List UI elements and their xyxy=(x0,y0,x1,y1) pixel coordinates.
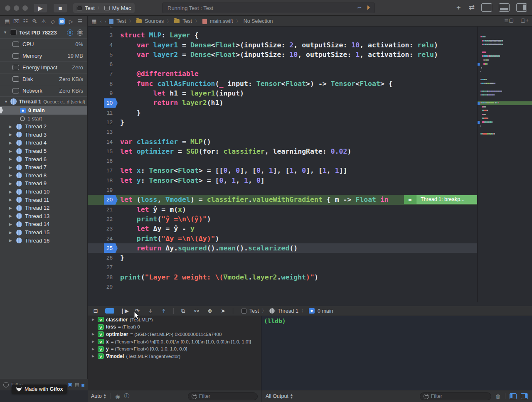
show-crashed-filter-icon[interactable]: ▣ xyxy=(68,382,72,387)
line-number[interactable]: 17 xyxy=(100,166,113,175)
sidebar-item-thread-16[interactable]: ▶Thread 16 xyxy=(0,236,87,245)
show-flagged-filter-icon[interactable]: ▤ xyxy=(75,382,79,387)
code-line[interactable]: 9 let h1 = layer1(input) xyxy=(88,88,477,98)
environment-overrides-icon[interactable]: ⊜ xyxy=(206,308,214,314)
disclosure-right-icon[interactable]: ▶ xyxy=(92,332,96,336)
project-navigator-icon[interactable]: ▤ xyxy=(4,18,10,25)
disclosure-right-icon[interactable]: ▶ xyxy=(92,354,96,358)
sidebar-item-thread-5[interactable]: ▶Thread 5 xyxy=(0,147,87,155)
variables-scope-select[interactable]: Auto ▲▼ xyxy=(91,393,106,400)
code-line[interactable]: 22 print("ŷ =\n\(ŷ)") xyxy=(88,214,477,224)
variable-row-optimizer[interactable]: ▶Voptimizer = (SGD<Test.MLP>) 0x00000001… xyxy=(88,331,261,338)
code-review-button[interactable]: ⇄ xyxy=(469,3,475,12)
code-line[interactable]: 8 func callAsFunction(_ input: Tensor<Fl… xyxy=(88,79,477,88)
back-button[interactable]: ‹ xyxy=(100,19,102,24)
forward-button[interactable]: › xyxy=(105,19,106,24)
console-output-select[interactable]: All Output ▲▼ xyxy=(266,393,293,400)
line-number[interactable]: 22 xyxy=(100,214,113,224)
trash-icon[interactable]: 🗑︎ xyxy=(495,393,501,400)
line-number[interactable]: 4 xyxy=(100,40,113,50)
line-number[interactable]: 28 xyxy=(100,272,113,282)
code-line[interactable]: 29 xyxy=(88,282,477,292)
line-number[interactable]: 14 xyxy=(100,137,113,147)
disclosure-right-icon[interactable]: ▶ xyxy=(92,347,96,351)
line-number-gutter[interactable]: 15 xyxy=(88,147,118,156)
sidebar-item-thread-7[interactable]: ▶Thread 7 xyxy=(0,163,87,172)
sidebar-item-thread-11[interactable]: ▶Thread 11 xyxy=(0,196,87,204)
disclosure-right-icon[interactable]: ▶ xyxy=(9,214,13,218)
sidebar-item-thread-10[interactable]: ▶Thread 10 xyxy=(0,188,87,196)
code-line[interactable]: 7 @differentiable xyxy=(88,69,477,78)
variable-row-grad-model[interactable]: ▶V∇model (Test.MLP.TangentVector) xyxy=(88,353,261,360)
sidebar-item-thread-2[interactable]: ▶Thread 2 xyxy=(0,123,87,131)
debug-view-hierarchy-icon[interactable]: ⧉ xyxy=(180,308,187,314)
variables-filter-field[interactable]: Filter xyxy=(188,392,258,400)
debug-jump-item[interactable]: 0 main xyxy=(318,308,333,314)
editor-minimap[interactable] xyxy=(477,27,532,302)
line-number-gutter[interactable]: 13 xyxy=(88,127,118,137)
test-navigator-icon[interactable]: ◇ xyxy=(49,18,56,25)
line-number-gutter[interactable]: 3 xyxy=(88,30,118,40)
variable-row-y[interactable]: ▶Vy = (Tensor<Float>) [0.0, 1.0, 1.0, 0.… xyxy=(88,345,261,353)
line-number[interactable]: 24 xyxy=(100,234,113,243)
disclosure-right-icon[interactable]: ▶ xyxy=(92,340,96,343)
line-number-gutter[interactable]: 16 xyxy=(88,156,118,166)
line-number[interactable]: 23 xyxy=(100,224,113,233)
code-line[interactable]: 16 xyxy=(88,156,477,166)
breakpoint-hit-badge[interactable]: =Thread 1: breakp... xyxy=(404,195,477,204)
sidebar-item-thread-3[interactable]: ▶Thread 3 xyxy=(0,131,87,139)
pause-process-icon[interactable]: ‖ xyxy=(67,29,73,36)
line-number-gutter[interactable]: 25 xyxy=(88,243,118,253)
breakpoint-marker[interactable]: 20 xyxy=(104,195,118,204)
line-number-gutter[interactable]: 11 xyxy=(88,108,118,118)
code-line[interactable]: 14var classifier = MLP() xyxy=(88,137,477,147)
line-number[interactable]: 12 xyxy=(100,118,113,127)
code-line[interactable]: 3struct MLP: Layer { xyxy=(88,30,477,40)
sidebar-item-thread-8[interactable]: ▶Thread 8 xyxy=(0,172,87,180)
line-number-gutter[interactable]: 7 xyxy=(88,69,118,78)
line-number-gutter[interactable]: 26 xyxy=(88,253,118,262)
toggle-navigator-button[interactable] xyxy=(481,3,492,12)
sidebar-item-thread-13[interactable]: ▶Thread 13 xyxy=(0,212,87,221)
line-number[interactable]: 21 xyxy=(100,205,113,214)
disclosure-right-icon[interactable]: ▶ xyxy=(92,318,96,321)
sidebar-item-thread-15[interactable]: ▶Thread 15 xyxy=(0,228,87,237)
sidebar-item-thread-14[interactable]: ▶Thread 14 xyxy=(0,220,87,228)
line-number-gutter[interactable]: 9 xyxy=(88,88,118,98)
code-line[interactable]: 13 xyxy=(88,127,477,137)
gauge-row-disk[interactable]: DiskZero KB/s xyxy=(0,73,87,85)
disclosure-right-icon[interactable]: ▶ xyxy=(9,141,13,145)
code-line[interactable]: 23 let Δy = ŷ - y xyxy=(88,224,477,233)
breakpoint-marker[interactable]: 10 xyxy=(104,98,118,108)
line-number[interactable]: 8 xyxy=(100,79,113,88)
breakpoint-marker[interactable]: 25 xyxy=(104,243,118,253)
step-into-icon[interactable]: ⤓ xyxy=(147,308,154,314)
code-line[interactable]: 15let optimizer = SGD(for: classifier, l… xyxy=(88,147,477,156)
close-window-button[interactable] xyxy=(5,5,10,11)
toggle-inspectors-button[interactable] xyxy=(516,3,527,12)
line-number-gutter[interactable]: 12 xyxy=(88,118,118,127)
line-number-gutter[interactable]: 28 xyxy=(88,272,118,282)
breakpoints-toggle-icon[interactable] xyxy=(105,308,114,314)
show-running-filter-icon[interactable]: ◙ xyxy=(81,382,84,387)
line-number[interactable]: 3 xyxy=(100,30,113,40)
line-number-gutter[interactable]: 23 xyxy=(88,224,118,233)
show-console-pane-icon[interactable] xyxy=(521,393,528,399)
line-number-gutter[interactable]: 10 xyxy=(88,98,118,108)
run-button[interactable]: ▶ xyxy=(33,3,47,13)
sidebar-item-thread-1[interactable]: ▼ Thread 1 Queue: c...d (serial) xyxy=(0,96,87,106)
debug-memory-graph-icon[interactable]: ⚯ xyxy=(193,308,200,314)
line-number[interactable]: 13 xyxy=(100,127,113,137)
line-number[interactable]: 2 xyxy=(100,27,113,30)
line-number[interactable]: 19 xyxy=(100,185,113,195)
line-number-gutter[interactable]: 5 xyxy=(88,50,118,59)
jumpbar-item[interactable]: Test xyxy=(182,18,192,24)
variable-row-classifier[interactable]: ▶Vclassifier (Test.MLP) xyxy=(88,316,261,324)
scheme-selector[interactable]: Test 〉 My Mac xyxy=(73,3,135,13)
adjust-editor-options-icon[interactable]: ≣▢ xyxy=(504,17,514,23)
report-navigator-icon[interactable]: ☰ xyxy=(77,18,83,25)
jumpbar-item[interactable]: No Selection xyxy=(244,18,273,24)
line-number[interactable]: 7 xyxy=(100,69,113,78)
source-control-navigator-icon[interactable]: ⌧ xyxy=(13,18,20,25)
related-items-icon[interactable]: ▦ xyxy=(91,18,97,25)
